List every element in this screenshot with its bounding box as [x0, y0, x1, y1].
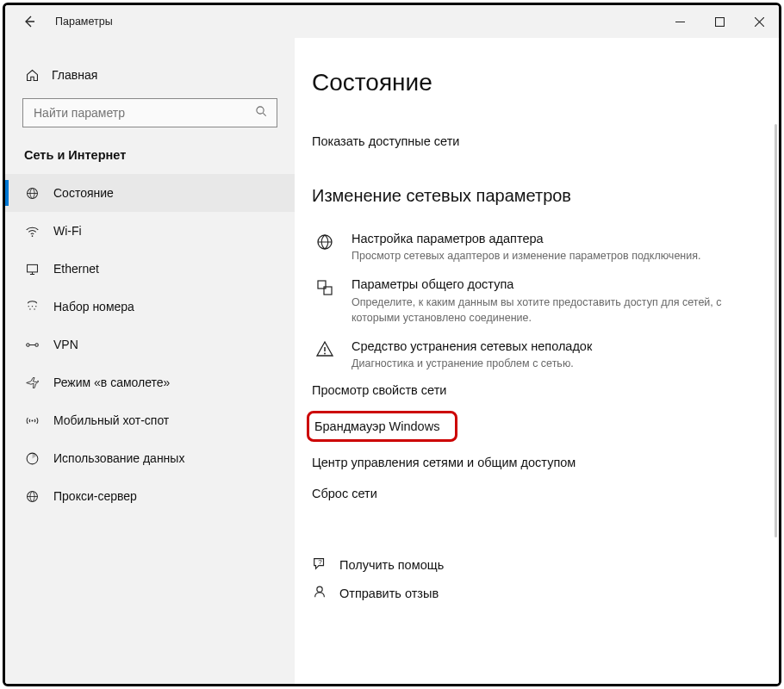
footer-links: ? Получить помощь Отправить отзыв: [312, 550, 763, 607]
svg-rect-17: [324, 287, 332, 295]
nav-item-airplane[interactable]: Режим «в самолете»: [5, 363, 295, 401]
scrollbar-thumb[interactable]: [775, 124, 777, 537]
nav-item-vpn[interactable]: VPN: [5, 326, 295, 363]
get-help-label: Получить помощь: [339, 558, 444, 572]
minimize-button[interactable]: [660, 5, 700, 38]
svg-point-18: [324, 353, 326, 355]
nav-label: Использование данных: [53, 451, 184, 465]
troubleshoot-icon: [312, 338, 338, 371]
nav-label: Прокси-сервер: [53, 489, 137, 503]
home-label: Главная: [52, 68, 97, 82]
feedback-label: Отправить отзыв: [339, 587, 439, 600]
nav-label: Набор номера: [53, 300, 134, 313]
titlebar: Параметры: [5, 5, 779, 38]
proxy-icon: [24, 488, 40, 504]
vpn-icon: [24, 337, 40, 352]
svg-point-7: [35, 305, 36, 306]
svg-point-1: [257, 106, 264, 113]
nav-item-datausage[interactable]: Использование данных: [5, 439, 295, 477]
svg-point-9: [34, 308, 34, 309]
subheader-change-settings: Изменение сетевых параметров: [312, 186, 763, 206]
nav-item-hotspot[interactable]: Мобильный хот-спот: [5, 401, 295, 439]
firewall-link[interactable]: Брандмауэр Windows: [314, 419, 439, 433]
option-title: Настройка параметров адаптера: [352, 230, 743, 247]
window-title: Параметры: [55, 16, 113, 28]
highlight-annotation: Брандмауэр Windows: [307, 411, 457, 442]
dialup-icon: [24, 299, 40, 314]
search-icon: [255, 105, 268, 121]
help-icon: ?: [312, 556, 327, 574]
nav-label: Wi-Fi: [53, 224, 82, 238]
option-title: Параметры общего доступа: [352, 276, 743, 293]
option-adapter-settings[interactable]: Настройка параметров адаптера Просмотр с…: [312, 221, 763, 267]
main-content: Состояние Показать доступные сети Измене…: [295, 38, 779, 684]
svg-point-10: [26, 343, 28, 345]
page-heading: Состояние: [312, 69, 763, 96]
network-center-link[interactable]: Центр управления сетями и общим доступом: [312, 447, 763, 478]
nav-label: Ethernet: [53, 262, 99, 276]
nav-item-proxy[interactable]: Прокси-сервер: [5, 477, 295, 515]
settings-window: Параметры Главная: [3, 3, 781, 686]
sidebar: Главная Сеть и Интернет Состояние Wi: [5, 38, 295, 684]
maximize-icon: [715, 17, 725, 27]
close-icon: [755, 17, 764, 27]
window-body: Главная Сеть и Интернет Состояние Wi: [5, 38, 779, 684]
nav-label: VPN: [53, 338, 78, 351]
arrow-left-icon: [22, 15, 36, 28]
nav-item-dialup[interactable]: Набор номера: [5, 288, 295, 326]
status-icon: [24, 185, 40, 201]
option-troubleshoot[interactable]: Средство устранения сетевых неполадок Ди…: [312, 329, 763, 375]
svg-point-5: [28, 305, 28, 306]
nav-label: Состояние: [53, 186, 114, 200]
window-controls: [660, 5, 779, 38]
option-desc: Диагностика и устранение проблем с сетью…: [352, 356, 743, 371]
nav-label: Мобильный хот-спот: [53, 413, 169, 427]
network-reset-link[interactable]: Сброс сети: [312, 478, 763, 509]
minimize-icon: [675, 17, 685, 27]
svg-point-6: [31, 305, 32, 306]
svg-point-12: [31, 419, 33, 421]
get-help-link[interactable]: ? Получить помощь: [312, 550, 763, 579]
home-nav[interactable]: Главная: [5, 62, 295, 95]
feedback-link[interactable]: Отправить отзыв: [312, 579, 763, 607]
ethernet-icon: [24, 261, 40, 276]
hotspot-icon: [24, 413, 40, 428]
svg-point-8: [29, 308, 30, 309]
home-icon: [24, 67, 40, 83]
svg-rect-0: [715, 17, 724, 26]
svg-rect-16: [318, 281, 326, 289]
option-desc: Определите, к каким данным вы хотите пре…: [352, 295, 743, 326]
sidebar-section-title: Сеть и Интернет: [5, 143, 295, 174]
svg-text:?: ?: [318, 558, 322, 566]
svg-point-20: [317, 587, 322, 593]
svg-point-11: [34, 343, 37, 345]
option-desc: Просмотр сетевых адаптеров и изменение п…: [352, 248, 743, 264]
view-properties-link[interactable]: Просмотр свойств сети: [312, 375, 763, 406]
search-input[interactable]: [32, 105, 255, 121]
option-title: Средство устранения сетевых неполадок: [352, 338, 743, 355]
nav-item-wifi[interactable]: Wi-Fi: [5, 212, 295, 250]
feedback-icon: [312, 584, 327, 602]
nav-label: Режим «в самолете»: [53, 376, 170, 389]
back-button[interactable]: [17, 5, 41, 38]
wifi-icon: [24, 223, 40, 239]
svg-point-3: [31, 235, 33, 237]
svg-rect-4: [27, 264, 37, 272]
globe-icon: [312, 230, 338, 264]
nav-item-status[interactable]: Состояние: [5, 174, 295, 212]
search-box[interactable]: [22, 98, 277, 127]
datausage-icon: [24, 450, 40, 466]
airplane-icon: [24, 375, 40, 390]
option-sharing-settings[interactable]: Параметры общего доступа Определите, к к…: [312, 267, 763, 329]
maximize-button[interactable]: [700, 5, 739, 38]
close-button[interactable]: [739, 5, 779, 38]
show-networks-link[interactable]: Показать доступные сети: [312, 127, 459, 155]
nav-item-ethernet[interactable]: Ethernet: [5, 250, 295, 288]
sharing-icon: [312, 276, 338, 326]
